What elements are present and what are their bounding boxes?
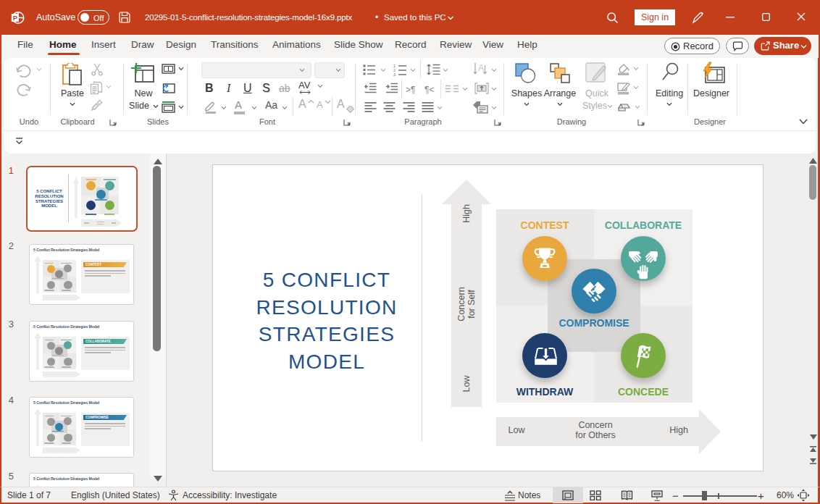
svg-text:3: 3 [393,72,396,76]
svg-text:A: A [478,63,484,73]
svg-text:P: P [13,14,18,22]
